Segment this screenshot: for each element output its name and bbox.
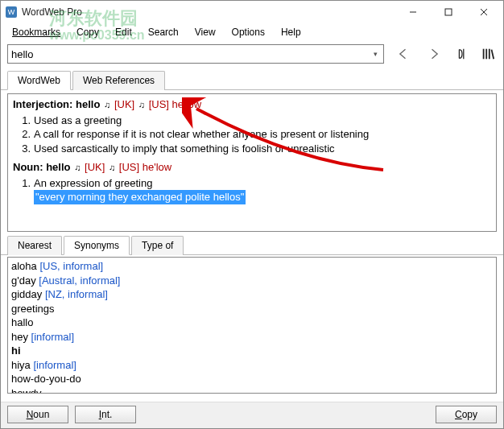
- window-title: WordWeb Pro: [22, 6, 395, 18]
- synonym-item[interactable]: hey [informal]: [11, 330, 493, 344]
- search-input[interactable]: [7, 44, 384, 64]
- audio-icon[interactable]: ♫: [109, 163, 115, 172]
- svg-line-7: [492, 50, 494, 60]
- lower-tabs: Nearest Synonyms Type of: [1, 235, 503, 255]
- region-uk: [UK]: [114, 98, 134, 110]
- audio-icon[interactable]: [453, 47, 471, 61]
- tab-wordweb[interactable]: WordWeb: [7, 71, 71, 90]
- synonym-item[interactable]: greetings: [11, 302, 493, 316]
- int-button[interactable]: Int.: [75, 406, 136, 423]
- menu-options[interactable]: Options: [224, 25, 273, 39]
- tab-webreferences[interactable]: Web References: [72, 71, 165, 90]
- audio-icon[interactable]: ♫: [104, 100, 110, 109]
- synonym-item[interactable]: howdy: [11, 386, 493, 394]
- region-uk: [UK]: [85, 161, 105, 173]
- synonym-item[interactable]: g'day [Austral, informal]: [11, 274, 493, 288]
- search-dropdown-icon[interactable]: ▾: [368, 46, 382, 62]
- sense-row: 1.Used as a greeting: [16, 113, 491, 128]
- pos-label: Noun: hello: [13, 161, 71, 173]
- nav-back-button[interactable]: [392, 45, 415, 63]
- pronunciation: he'low: [172, 98, 201, 110]
- synonym-item[interactable]: how-do-you-do: [11, 372, 493, 386]
- synonym-item[interactable]: gidday [NZ, informal]: [11, 287, 493, 302]
- definition-panel: Interjection: hello ♫ [UK] ♫ [US] he'low…: [7, 93, 497, 232]
- region-us: [US]: [119, 161, 139, 173]
- maximize-button[interactable]: [431, 1, 466, 23]
- library-icon[interactable]: [479, 47, 497, 61]
- menu-bookmarks[interactable]: Bookmarks: [4, 25, 68, 39]
- pos-label: Interjection: hello: [13, 98, 100, 110]
- nav-forward-button[interactable]: [423, 45, 445, 63]
- region-us: [US]: [149, 98, 169, 110]
- synonym-item[interactable]: hi: [11, 344, 493, 358]
- noun-button[interactable]: Noun: [7, 406, 68, 423]
- copy-button[interactable]: Copy: [436, 406, 497, 423]
- svg-rect-1: [445, 9, 452, 15]
- tab-synonyms[interactable]: Synonyms: [64, 236, 130, 255]
- bottom-bar: Noun Int. Copy: [1, 402, 503, 428]
- audio-icon[interactable]: ♫: [74, 163, 81, 172]
- app-icon: W: [6, 6, 17, 18]
- main-tabs: WordWeb Web References: [1, 70, 503, 90]
- synonym-item[interactable]: hiya [informal]: [11, 358, 493, 373]
- tab-nearest[interactable]: Nearest: [7, 236, 62, 255]
- synonym-item[interactable]: hallo: [11, 316, 493, 330]
- menu-copy[interactable]: Copy: [68, 25, 107, 39]
- sense-row: 1.An expression of greeting: [16, 176, 491, 191]
- definition-section-noun: Noun: hello ♫ [UK] ♫ [US] he'low 1.An ex…: [13, 160, 491, 204]
- menu-help[interactable]: Help: [273, 25, 309, 39]
- sense-row: 2.A call for response if it is not clear…: [16, 127, 491, 142]
- pronunciation: he'low: [143, 161, 171, 173]
- close-button[interactable]: [466, 1, 502, 23]
- sense-row: 3.Used sarcastically to imply that somet…: [16, 142, 491, 156]
- menu-bar: Bookmarks Copy Edit Search View Options …: [1, 23, 503, 41]
- synonyms-panel[interactable]: aloha [US, informal]g'day [Austral, info…: [7, 257, 497, 394]
- menu-search[interactable]: Search: [140, 25, 187, 39]
- menu-view[interactable]: View: [187, 25, 224, 39]
- minimize-button[interactable]: [395, 1, 431, 23]
- titlebar: W WordWeb Pro: [1, 1, 503, 23]
- definition-section-interjection: Interjection: hello ♫ [UK] ♫ [US] he'low…: [13, 97, 491, 155]
- audio-icon[interactable]: ♫: [138, 100, 145, 109]
- toolbar: ▾: [1, 41, 503, 68]
- tab-typeof[interactable]: Type of: [131, 236, 184, 255]
- synonym-item[interactable]: aloha [US, informal]: [11, 259, 493, 274]
- sense-example: "every morning they exchanged polite hel…: [16, 190, 491, 204]
- menu-edit[interactable]: Edit: [107, 25, 140, 39]
